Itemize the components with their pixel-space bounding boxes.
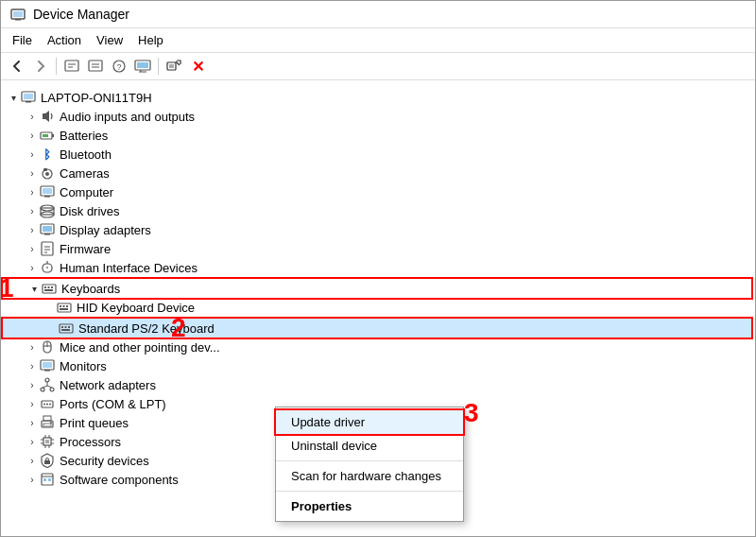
menu-view[interactable]: View bbox=[89, 30, 130, 50]
cameras-expand[interactable]: › bbox=[26, 166, 39, 180]
display-button[interactable] bbox=[132, 56, 153, 77]
firmware-label: Firmware bbox=[60, 242, 111, 256]
remove-button[interactable]: ✕ bbox=[187, 56, 208, 77]
svg-rect-91 bbox=[42, 474, 53, 485]
tree-computer[interactable]: › Computer bbox=[1, 182, 755, 201]
firmware-icon bbox=[39, 240, 56, 257]
svg-rect-55 bbox=[65, 326, 67, 328]
svg-point-64 bbox=[45, 378, 49, 382]
content-area[interactable]: ▾ LAPTOP-ONI11T9H › Audio inputs and out… bbox=[1, 80, 755, 536]
cameras-label: Cameras bbox=[60, 166, 110, 181]
details-button[interactable] bbox=[85, 56, 106, 77]
processors-expand[interactable]: › bbox=[26, 435, 39, 448]
ports-icon bbox=[39, 395, 56, 412]
tree-network[interactable]: › Network adapters bbox=[1, 375, 755, 394]
svg-rect-44 bbox=[44, 286, 46, 288]
tree-root[interactable]: ▾ LAPTOP-ONI11T9H bbox=[1, 88, 755, 107]
mice-label: Mice and other pointing dev... bbox=[60, 340, 220, 355]
keyboards-expand[interactable]: ▾ bbox=[27, 282, 41, 295]
print-icon bbox=[39, 414, 56, 431]
ctx-sep-2 bbox=[276, 491, 463, 492]
svg-rect-63 bbox=[44, 370, 50, 372]
display-expand[interactable]: › bbox=[26, 223, 39, 236]
ctx-properties[interactable]: Properties bbox=[276, 494, 463, 518]
computer-node-icon bbox=[39, 183, 56, 200]
batteries-label: Batteries bbox=[60, 129, 108, 143]
monitors-icon bbox=[39, 357, 56, 374]
tree-disk[interactable]: › Disk drives bbox=[1, 201, 755, 220]
print-label: Print queues bbox=[60, 416, 129, 430]
svg-rect-46 bbox=[51, 286, 53, 288]
batteries-expand[interactable]: › bbox=[26, 129, 39, 142]
network-expand[interactable]: › bbox=[26, 378, 39, 391]
bluetooth-icon: ᛒ bbox=[39, 146, 56, 163]
svg-point-72 bbox=[46, 404, 48, 406]
svg-rect-47 bbox=[44, 289, 53, 291]
software-expand[interactable]: › bbox=[26, 473, 39, 486]
ps2-icon bbox=[58, 320, 75, 337]
security-expand[interactable]: › bbox=[26, 454, 39, 467]
svg-rect-29 bbox=[44, 196, 50, 198]
svg-line-69 bbox=[47, 386, 52, 388]
tree-cameras[interactable]: › Cameras bbox=[1, 164, 755, 182]
tree-display[interactable]: › Display adapters bbox=[1, 220, 755, 239]
svg-rect-75 bbox=[43, 416, 51, 421]
menu-file[interactable]: File bbox=[5, 30, 40, 50]
tree-hid[interactable]: › Human Interface Devices bbox=[1, 258, 755, 277]
keyboards-label: Keyboards bbox=[61, 282, 120, 296]
scan-button[interactable] bbox=[163, 56, 184, 77]
mice-expand[interactable]: › bbox=[26, 340, 39, 354]
svg-rect-6 bbox=[89, 61, 102, 71]
svg-rect-51 bbox=[66, 305, 68, 307]
properties-button[interactable] bbox=[61, 56, 82, 77]
svg-rect-19 bbox=[24, 94, 33, 99]
monitors-expand[interactable]: › bbox=[26, 359, 39, 372]
computer-expand[interactable]: › bbox=[26, 185, 39, 199]
menu-help[interactable]: Help bbox=[130, 30, 171, 50]
tree-bluetooth[interactable]: › ᛒ Bluetooth bbox=[1, 145, 755, 164]
forward-button[interactable] bbox=[30, 56, 51, 77]
ctx-scan[interactable]: Scan for hardware changes bbox=[276, 464, 463, 488]
disk-expand[interactable]: › bbox=[26, 204, 39, 217]
hid-keyboard-icon bbox=[56, 299, 73, 316]
svg-rect-23 bbox=[43, 134, 48, 137]
svg-point-66 bbox=[50, 388, 54, 391]
monitors-label: Monitors bbox=[60, 359, 107, 373]
computer-label: Computer bbox=[60, 185, 113, 199]
processors-label: Processors bbox=[60, 435, 121, 449]
audio-expand[interactable]: › bbox=[26, 110, 39, 123]
hid-expand[interactable]: › bbox=[26, 261, 39, 274]
ctx-uninstall[interactable]: Uninstall device bbox=[276, 434, 463, 458]
svg-rect-3 bbox=[65, 61, 78, 71]
print-expand[interactable]: › bbox=[26, 416, 39, 429]
tree-mice[interactable]: › Mice and other pointing dev... bbox=[1, 338, 755, 356]
root-expand[interactable]: ▾ bbox=[7, 91, 20, 104]
svg-line-17 bbox=[176, 61, 180, 65]
tree-ps2-keyboard[interactable]: › Standard PS/2 Keyboard bbox=[3, 319, 751, 338]
svg-rect-48 bbox=[58, 303, 71, 312]
back-button[interactable] bbox=[7, 56, 27, 77]
menu-action[interactable]: Action bbox=[40, 30, 89, 50]
context-menu: Update driver Uninstall device Scan for … bbox=[275, 407, 464, 522]
ports-expand[interactable]: › bbox=[26, 397, 39, 410]
tree-batteries[interactable]: › Batteries bbox=[1, 126, 755, 145]
tree-keyboards[interactable]: ▾ Keyboards bbox=[3, 279, 751, 298]
tree-monitors[interactable]: › Monitors bbox=[1, 356, 755, 375]
svg-point-65 bbox=[41, 388, 44, 391]
display-label: Display adapters bbox=[60, 223, 151, 237]
svg-line-68 bbox=[43, 386, 47, 388]
firmware-expand[interactable]: › bbox=[26, 242, 39, 255]
tree-firmware[interactable]: › Firmware bbox=[1, 239, 755, 258]
bluetooth-expand[interactable]: › bbox=[26, 147, 39, 161]
tree-audio[interactable]: › Audio inputs and outputs bbox=[1, 107, 755, 126]
mice-icon bbox=[39, 338, 56, 355]
svg-rect-36 bbox=[42, 242, 53, 255]
svg-rect-14 bbox=[137, 62, 148, 68]
window-title: Device Manager bbox=[33, 7, 129, 22]
help-button[interactable]: ? bbox=[109, 56, 129, 77]
batteries-icon bbox=[39, 127, 56, 144]
ctx-update-driver[interactable]: Update driver bbox=[276, 410, 463, 434]
tree-hid-keyboard[interactable]: › HID Keyboard Device bbox=[1, 298, 755, 317]
security-icon bbox=[39, 452, 56, 469]
svg-rect-62 bbox=[43, 362, 52, 368]
